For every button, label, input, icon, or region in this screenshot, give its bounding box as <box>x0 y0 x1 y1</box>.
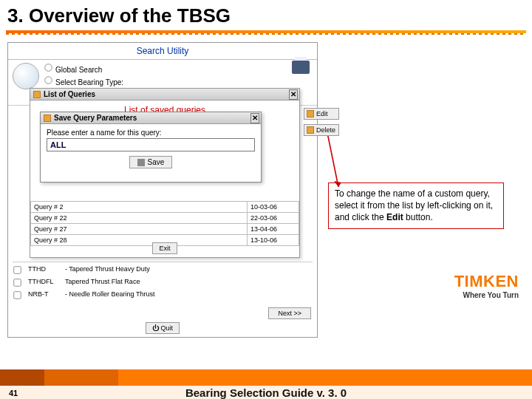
slide-title: 3. Overview of the TBSG <box>0 0 532 29</box>
callout-arrow <box>325 129 355 188</box>
query-table: Query # 210-03-06Query # 2222-03-06Query… <box>30 201 299 246</box>
checkbox[interactable] <box>13 279 21 286</box>
footer-title: Bearing Selection Guide v. 3. 0 <box>0 386 532 399</box>
edit-icon <box>307 110 314 117</box>
save-window-titlebar: Save Query Parameters ✕ <box>41 112 261 124</box>
brand-tag: Where You Turn <box>454 291 519 299</box>
save-icon <box>44 115 51 122</box>
footer-strip <box>0 369 532 386</box>
save-prompt: Please enter a name for this query: <box>41 124 261 138</box>
magnifier-icon <box>13 63 39 89</box>
type-desc: - Needle Roller Bearing Thrust <box>65 290 154 300</box>
brand: TIMKEN Where You Turn <box>454 272 519 299</box>
floppy-icon <box>137 159 145 166</box>
type-checks: TTHD- Tapered Thrust Heavy DutyTTHDFLTap… <box>13 262 313 301</box>
save-label: Save <box>148 158 165 166</box>
close-icon[interactable]: ✕ <box>250 113 259 123</box>
radio-type-label: Select Bearing Type: <box>55 78 123 86</box>
callout-bold: Edit <box>386 212 403 222</box>
edit-button[interactable]: Edit <box>304 108 339 120</box>
content-area: Search Utility Global Search Select Bear… <box>0 33 532 344</box>
checkbox[interactable] <box>13 266 21 273</box>
close-icon[interactable]: ✕ <box>289 89 298 100</box>
table-row[interactable]: Query # 2222-03-06 <box>31 213 299 224</box>
printer-icon <box>292 61 310 74</box>
table-row[interactable]: Query # 210-03-06 <box>31 202 299 213</box>
svg-line-0 <box>327 129 338 187</box>
type-code: TTHDFL <box>28 278 59 287</box>
quit-button[interactable]: ⏻ Quit <box>146 322 180 334</box>
save-window: Save Query Parameters ✕ Please enter a n… <box>40 112 262 183</box>
delete-icon <box>307 126 314 134</box>
radio-global-label: Global Search <box>55 66 102 74</box>
list-icon <box>33 91 41 98</box>
radio-type[interactable]: Select Bearing Type: <box>44 75 220 88</box>
callout-text-2: button. <box>403 212 433 222</box>
save-window-title: Save Query Parameters <box>54 114 137 122</box>
type-code: NRB-T <box>28 290 59 300</box>
brand-logo: TIMKEN <box>454 272 519 291</box>
type-check-row: NRB-T- Needle Roller Bearing Thrust <box>13 289 313 301</box>
delete-label: Delete <box>316 126 335 134</box>
list-window-title: List of Queries <box>44 90 95 98</box>
type-check-row: TTHDFLTapered Thrust Flat Race <box>13 276 313 289</box>
list-exit-button[interactable]: Exit <box>152 242 177 254</box>
power-icon: ⏻ <box>152 324 159 332</box>
app-title: Search Utility <box>8 43 317 60</box>
save-button[interactable]: Save <box>129 156 173 168</box>
delete-button[interactable]: Delete <box>304 124 339 136</box>
type-desc: - Tapered Thrust Heavy Duty <box>65 265 150 275</box>
checkbox[interactable] <box>13 291 21 299</box>
quit-label: Quit <box>161 324 174 332</box>
list-window-titlebar: List of Queries ✕ <box>30 89 299 100</box>
type-desc: Tapered Thrust Flat Race <box>65 278 140 287</box>
table-row[interactable]: Query # 2713-04-06 <box>31 224 299 235</box>
type-check-row: TTHD- Tapered Thrust Heavy Duty <box>13 264 313 276</box>
type-code: TTHD <box>28 265 59 275</box>
radio-global[interactable]: Global Search <box>44 63 220 75</box>
next-button[interactable]: Next >> <box>268 307 311 319</box>
edit-label: Edit <box>316 110 328 117</box>
query-name-input[interactable]: ALL <box>47 138 255 151</box>
